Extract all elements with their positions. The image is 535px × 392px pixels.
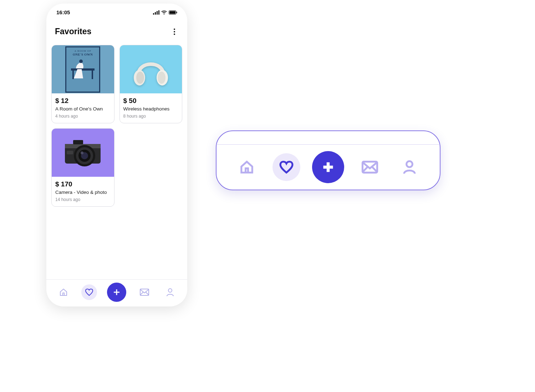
- product-time: 14 hours ago: [55, 197, 111, 202]
- panel-divider: [216, 131, 440, 145]
- svg-rect-1: [155, 12, 156, 15]
- home-icon: [239, 159, 255, 175]
- status-icons: [153, 10, 177, 15]
- plus-icon: [112, 288, 121, 297]
- svg-rect-12: [72, 71, 74, 79]
- plus-icon: [320, 159, 336, 175]
- svg-rect-11: [71, 68, 95, 71]
- more-options-button[interactable]: [170, 27, 179, 36]
- favorites-grid: A ROOM OF ONE'S OWN $ 12 A Room of One's…: [46, 41, 187, 279]
- product-thumbnail: [120, 45, 182, 93]
- svg-point-10: [174, 33, 175, 35]
- svg-rect-7: [177, 11, 177, 13]
- nav-favorites-large[interactable]: [272, 153, 300, 181]
- svg-rect-27: [67, 151, 73, 154]
- book-title-line2: ONE'S OWN: [73, 53, 93, 56]
- nav-add-large[interactable]: [312, 151, 344, 183]
- svg-rect-2: [157, 11, 158, 15]
- product-thumbnail: A ROOM OF ONE'S OWN: [52, 45, 114, 93]
- product-card[interactable]: $ 50 Wireless headphones 8 hours ago: [119, 45, 183, 123]
- product-info: $ 170 Camera - Video & photo 14 hours ag…: [52, 177, 114, 206]
- svg-point-18: [158, 72, 165, 84]
- book-title-line1: A ROOM OF: [75, 50, 91, 52]
- nav-profile-large[interactable]: [396, 153, 423, 181]
- header: Favorites: [46, 18, 187, 41]
- nav-messages[interactable]: [137, 284, 152, 300]
- product-title: Wireless headphones: [123, 106, 179, 112]
- page-title: Favorites: [55, 27, 91, 36]
- battery-icon: [169, 10, 177, 15]
- product-time: 4 hours ago: [55, 114, 111, 119]
- nav-profile[interactable]: [162, 284, 178, 300]
- product-thumbnail: [52, 129, 114, 177]
- svg-rect-21: [73, 140, 83, 144]
- product-time: 8 hours ago: [123, 114, 179, 119]
- svg-rect-3: [158, 10, 159, 15]
- svg-point-9: [174, 31, 175, 32]
- svg-rect-13: [92, 71, 93, 79]
- mail-icon: [361, 160, 378, 174]
- nav-home[interactable]: [56, 284, 71, 300]
- nav-home-large[interactable]: [233, 153, 261, 181]
- nav-add[interactable]: [107, 283, 126, 302]
- svg-point-29: [168, 289, 172, 292]
- clock: 16:05: [56, 9, 70, 15]
- svg-point-16: [136, 72, 144, 84]
- product-price: $ 170: [55, 180, 111, 188]
- wifi-icon: [161, 10, 167, 15]
- status-bar: 16:05: [46, 9, 187, 18]
- product-title: Camera - Video & photo: [55, 190, 111, 195]
- svg-point-14: [79, 60, 83, 63]
- user-icon: [166, 288, 174, 297]
- nav-favorites[interactable]: [81, 284, 97, 300]
- svg-point-31: [406, 161, 412, 167]
- heart-icon: [279, 159, 294, 175]
- headphones-illustration: [129, 50, 172, 89]
- product-title: A Room of One's Own: [55, 106, 111, 112]
- svg-point-4: [164, 13, 165, 14]
- product-card[interactable]: $ 170 Camera - Video & photo 14 hours ag…: [51, 128, 114, 207]
- svg-rect-0: [153, 13, 154, 15]
- heart-icon: [85, 288, 94, 297]
- camera-illustration: [60, 135, 106, 171]
- product-card[interactable]: A ROOM OF ONE'S OWN $ 12 A Room of One's…: [51, 45, 114, 123]
- book-cover-illustration: A ROOM OF ONE'S OWN: [65, 46, 100, 93]
- svg-rect-6: [169, 11, 175, 14]
- product-info: $ 12 A Room of One's Own 4 hours ago: [52, 93, 114, 123]
- product-price: $ 12: [55, 97, 111, 105]
- cellular-icon: [153, 10, 159, 15]
- tab-bar-detail-panel: [216, 130, 440, 190]
- mail-icon: [139, 288, 149, 296]
- phone-frame: 16:05 Favorites A ROOM OF ONE'S OWN: [46, 4, 187, 306]
- product-info: $ 50 Wireless headphones 8 hours ago: [120, 93, 182, 123]
- product-price: $ 50: [123, 97, 179, 105]
- bottom-tab-bar: [46, 279, 187, 306]
- nav-messages-large[interactable]: [356, 153, 384, 181]
- tab-bar-detail-row: [216, 145, 440, 190]
- user-icon: [402, 159, 417, 175]
- svg-point-26: [81, 151, 83, 154]
- kebab-icon: [174, 29, 175, 35]
- home-icon: [59, 288, 68, 297]
- svg-point-8: [174, 29, 175, 30]
